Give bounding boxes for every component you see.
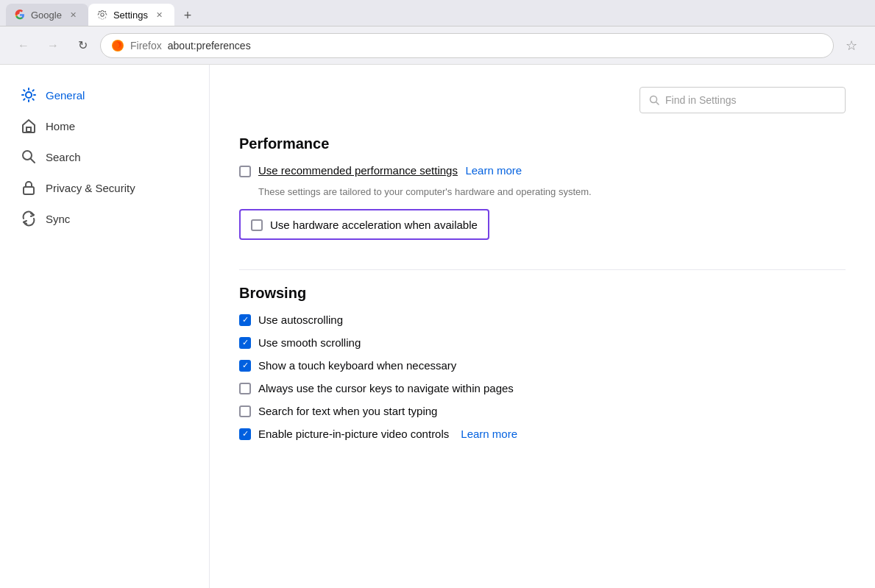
tab-settings-label: Settings bbox=[113, 10, 148, 21]
sidebar-search-label: Search bbox=[46, 151, 81, 163]
section-divider bbox=[239, 269, 846, 270]
browsing-label-5: Enable picture-in-picture video controls bbox=[258, 428, 449, 440]
find-bar-container: Find in Settings bbox=[239, 87, 846, 113]
sidebar-item-general[interactable]: General bbox=[6, 79, 203, 110]
find-search-icon bbox=[649, 95, 659, 105]
browsing-label-3: Always use the cursor keys to navigate w… bbox=[258, 382, 514, 394]
svg-rect-4 bbox=[24, 187, 34, 194]
back-button[interactable]: ← bbox=[12, 34, 35, 57]
bookmark-star-button[interactable]: ☆ bbox=[840, 34, 863, 57]
browsing-item-2: ✓Show a touch keyboard when necessary bbox=[239, 359, 846, 372]
performance-title: Performance bbox=[239, 135, 846, 152]
gear-icon bbox=[97, 10, 107, 20]
browsing-checkbox-4[interactable] bbox=[239, 405, 251, 417]
performance-section: Performance Use recommended performance … bbox=[239, 135, 846, 255]
browsing-item-4: Search for text when you start typing bbox=[239, 405, 846, 417]
search-icon bbox=[21, 149, 37, 165]
recommended-settings-label: Use recommended performance settings bbox=[258, 164, 458, 177]
firefox-icon bbox=[111, 39, 124, 52]
browsing-item-0: ✓Use autoscrolling bbox=[239, 314, 846, 326]
address-text: about:preferences bbox=[168, 40, 251, 52]
sidebar: General Home Search bbox=[0, 65, 210, 588]
sidebar-item-home[interactable]: Home bbox=[6, 110, 203, 141]
browsing-checkbox-5[interactable]: ✓ bbox=[239, 428, 251, 440]
google-icon bbox=[15, 10, 25, 20]
reload-icon: ↻ bbox=[78, 38, 88, 52]
browser-content: General Home Search bbox=[0, 65, 875, 588]
hardware-accel-label: Use hardware acceleration when available bbox=[270, 219, 478, 231]
sidebar-sync-label: Sync bbox=[46, 213, 70, 225]
browsing-item-3: Always use the cursor keys to navigate w… bbox=[239, 382, 846, 394]
sidebar-general-label: General bbox=[46, 89, 85, 102]
tab-google-close[interactable]: ✕ bbox=[68, 9, 79, 21]
tab-google[interactable]: Google ✕ bbox=[6, 4, 88, 26]
browsing-checkbox-3[interactable] bbox=[239, 383, 251, 394]
performance-helper-text: These settings are tailored to your comp… bbox=[258, 186, 846, 197]
browsing-label-0: Use autoscrolling bbox=[258, 314, 343, 326]
sidebar-item-privacy[interactable]: Privacy & Security bbox=[6, 172, 203, 203]
browsing-checkbox-0[interactable]: ✓ bbox=[239, 314, 251, 326]
find-settings-bar[interactable]: Find in Settings bbox=[640, 87, 846, 113]
browsing-label-2: Show a touch keyboard when necessary bbox=[258, 359, 456, 372]
tab-settings[interactable]: Settings ✕ bbox=[88, 4, 174, 26]
browsing-checkbox-1[interactable]: ✓ bbox=[239, 337, 251, 349]
forward-icon: → bbox=[47, 39, 59, 52]
browsing-items-container: ✓Use autoscrolling✓Use smooth scrolling✓… bbox=[239, 314, 846, 440]
tab-settings-close[interactable]: ✕ bbox=[154, 9, 166, 21]
forward-button[interactable]: → bbox=[41, 34, 65, 57]
browsing-label-4: Search for text when you start typing bbox=[258, 405, 437, 417]
title-bar: Google ✕ Settings ✕ + bbox=[0, 0, 875, 26]
site-name: Firefox bbox=[130, 40, 162, 52]
address-bar[interactable]: Firefox about:preferences bbox=[100, 33, 834, 58]
sync-icon bbox=[21, 210, 37, 227]
browsing-section: Browsing ✓Use autoscrolling✓Use smooth s… bbox=[239, 285, 846, 440]
recommended-settings-row: Use recommended performance settings Lea… bbox=[239, 164, 846, 177]
browsing-title: Browsing bbox=[239, 285, 846, 302]
tab-google-label: Google bbox=[31, 10, 62, 21]
general-icon bbox=[21, 87, 37, 103]
svg-point-3 bbox=[23, 151, 32, 160]
recommended-settings-learn-more[interactable]: Learn more bbox=[465, 164, 522, 177]
sidebar-home-label: Home bbox=[46, 120, 75, 132]
nav-bar: ← → ↻ Firefox about:preferences ☆ bbox=[0, 26, 875, 65]
svg-rect-2 bbox=[26, 127, 31, 132]
svg-point-1 bbox=[26, 92, 32, 98]
browsing-item-5: ✓Enable picture-in-picture video control… bbox=[239, 428, 846, 440]
sidebar-privacy-label: Privacy & Security bbox=[46, 182, 135, 194]
hardware-accel-checkbox[interactable] bbox=[251, 219, 263, 231]
hardware-accel-row[interactable]: Use hardware acceleration when available bbox=[239, 209, 489, 240]
recommended-settings-checkbox[interactable] bbox=[239, 166, 251, 177]
lock-icon bbox=[21, 180, 37, 196]
home-icon bbox=[21, 118, 37, 134]
browsing-item-1: ✓Use smooth scrolling bbox=[239, 336, 846, 349]
star-icon: ☆ bbox=[846, 38, 857, 54]
svg-point-5 bbox=[651, 96, 657, 103]
sidebar-item-sync[interactable]: Sync bbox=[6, 203, 203, 234]
browsing-learn-more-5[interactable]: Learn more bbox=[461, 428, 517, 440]
browsing-label-1: Use smooth scrolling bbox=[258, 336, 361, 349]
back-icon: ← bbox=[18, 39, 29, 52]
find-settings-placeholder: Find in Settings bbox=[665, 94, 737, 106]
sidebar-item-search[interactable]: Search bbox=[6, 141, 203, 172]
new-tab-button[interactable]: + bbox=[177, 5, 198, 26]
browsing-checkbox-2[interactable]: ✓ bbox=[239, 360, 251, 372]
main-content: Find in Settings Performance Use recomme… bbox=[210, 65, 875, 588]
reload-button[interactable]: ↻ bbox=[71, 34, 94, 57]
